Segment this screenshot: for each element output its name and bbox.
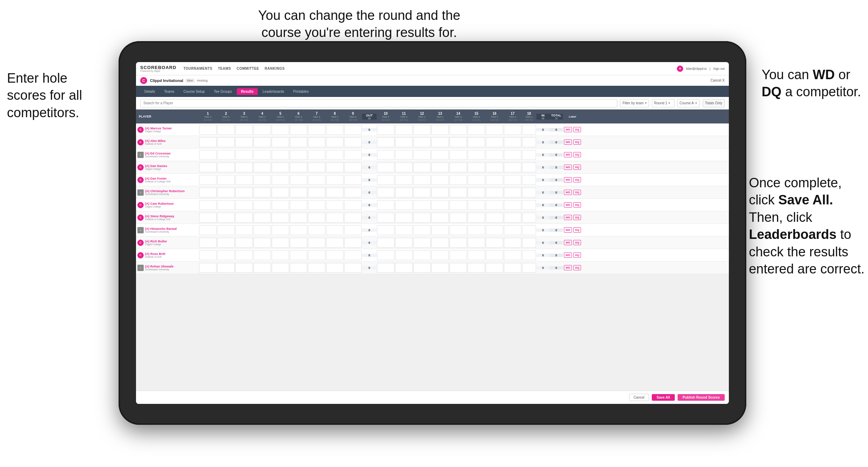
score-cell-hole-18[interactable] — [522, 238, 536, 248]
course-selector[interactable]: Course A ▾ — [677, 99, 700, 107]
score-cell-hole-15[interactable] — [468, 125, 485, 135]
score-cell-hole-13[interactable] — [431, 200, 449, 210]
score-cell-hole-16[interactable] — [486, 163, 503, 172]
score-cell-hole-12[interactable] — [413, 200, 431, 210]
score-cell-hole-16[interactable] — [486, 188, 503, 197]
score-cell-hole-14[interactable] — [450, 188, 467, 197]
score-cell-hole-7[interactable] — [308, 200, 325, 210]
score-cell-hole-18[interactable] — [522, 125, 536, 135]
score-cell-hole-11[interactable] — [395, 263, 413, 273]
filter-by-team-dropdown[interactable]: Filter by team ▾ — [620, 99, 649, 107]
score-cell-hole-7[interactable] — [308, 188, 325, 197]
score-cell-hole-9[interactable] — [344, 175, 362, 185]
score-cell-hole-10[interactable] — [377, 200, 394, 210]
score-cell-hole-4[interactable] — [254, 250, 271, 260]
score-cell-hole-10[interactable] — [377, 150, 394, 160]
nav-rankings[interactable]: RANKINGS — [265, 67, 285, 70]
score-cell-hole-13[interactable] — [431, 188, 449, 197]
score-cell-hole-14[interactable] — [450, 238, 467, 248]
tab-tee-groups[interactable]: Tee Groups — [210, 88, 236, 95]
score-cell-hole-2[interactable] — [217, 250, 235, 260]
score-cell-hole-12[interactable] — [413, 137, 431, 147]
score-cell-hole-11[interactable] — [395, 163, 413, 172]
wd-button[interactable]: WD — [564, 190, 572, 195]
score-cell-hole-17[interactable] — [504, 188, 521, 197]
score-cell-hole-15[interactable] — [468, 175, 485, 185]
score-cell-hole-7[interactable] — [308, 150, 325, 160]
tab-teams[interactable]: Teams — [160, 88, 179, 95]
score-cell-hole-5[interactable] — [272, 163, 289, 172]
score-cell-hole-16[interactable] — [486, 200, 503, 210]
score-cell-hole-18[interactable] — [522, 150, 536, 160]
search-input[interactable] — [140, 99, 617, 107]
score-cell-hole-8[interactable] — [326, 225, 344, 235]
score-cell-hole-16[interactable] — [486, 175, 503, 185]
dq-button[interactable]: DQ — [573, 215, 581, 220]
score-cell-hole-6[interactable] — [290, 163, 307, 172]
score-cell-hole-6[interactable] — [290, 263, 307, 273]
score-cell-hole-5[interactable] — [272, 213, 289, 223]
score-cell-hole-17[interactable] — [504, 200, 521, 210]
score-cell-hole-1[interactable] — [199, 225, 217, 235]
wd-button[interactable]: WD — [564, 152, 572, 157]
score-cell-hole-9[interactable] — [344, 250, 362, 260]
score-cell-hole-7[interactable] — [308, 213, 325, 223]
score-cell-hole-13[interactable] — [431, 125, 449, 135]
sign-out-link[interactable]: Sign out — [713, 67, 725, 70]
wd-button[interactable]: WD — [564, 140, 572, 145]
score-cell-hole-5[interactable] — [272, 188, 289, 197]
score-cell-hole-16[interactable] — [486, 125, 503, 135]
score-cell-hole-14[interactable] — [450, 263, 467, 273]
score-cell-hole-4[interactable] — [254, 163, 271, 172]
score-cell-hole-12[interactable] — [413, 125, 431, 135]
dq-button[interactable]: DQ — [573, 202, 581, 208]
score-cell-hole-17[interactable] — [504, 175, 521, 185]
score-cell-hole-13[interactable] — [431, 163, 449, 172]
score-cell-hole-12[interactable] — [413, 213, 431, 223]
score-cell-hole-4[interactable] — [254, 188, 271, 197]
score-cell-hole-4[interactable] — [254, 175, 271, 185]
score-cell-hole-12[interactable] — [413, 163, 431, 172]
score-cell-hole-15[interactable] — [468, 263, 485, 273]
score-cell-hole-3[interactable] — [235, 163, 253, 172]
score-cell-hole-8[interactable] — [326, 175, 344, 185]
score-cell-hole-7[interactable] — [308, 125, 325, 135]
score-cell-hole-6[interactable] — [290, 175, 307, 185]
score-cell-hole-2[interactable] — [217, 200, 235, 210]
score-cell-hole-17[interactable] — [504, 125, 521, 135]
score-cell-hole-12[interactable] — [413, 188, 431, 197]
score-cell-hole-3[interactable] — [235, 175, 253, 185]
score-cell-hole-13[interactable] — [431, 137, 449, 147]
score-cell-hole-6[interactable] — [290, 225, 307, 235]
score-cell-hole-6[interactable] — [290, 150, 307, 160]
score-cell-hole-9[interactable] — [344, 188, 362, 197]
score-cell-hole-2[interactable] — [217, 188, 235, 197]
wd-button[interactable]: WD — [564, 265, 572, 270]
score-cell-hole-15[interactable] — [468, 213, 485, 223]
score-cell-hole-18[interactable] — [522, 225, 536, 235]
score-cell-hole-16[interactable] — [486, 213, 503, 223]
score-cell-hole-15[interactable] — [468, 238, 485, 248]
score-cell-hole-10[interactable] — [377, 250, 394, 260]
score-cell-hole-5[interactable] — [272, 200, 289, 210]
score-cell-hole-8[interactable] — [326, 200, 344, 210]
score-cell-hole-16[interactable] — [486, 225, 503, 235]
score-cell-hole-14[interactable] — [450, 200, 467, 210]
score-cell-hole-12[interactable] — [413, 175, 431, 185]
score-cell-hole-16[interactable] — [486, 137, 503, 147]
score-cell-hole-13[interactable] — [431, 250, 449, 260]
nav-tournaments[interactable]: TOURNAMENTS — [183, 67, 212, 70]
score-cell-hole-3[interactable] — [235, 213, 253, 223]
score-cell-hole-4[interactable] — [254, 263, 271, 273]
score-cell-hole-5[interactable] — [272, 150, 289, 160]
dq-button[interactable]: DQ — [573, 140, 581, 145]
score-cell-hole-7[interactable] — [308, 225, 325, 235]
score-cell-hole-2[interactable] — [217, 163, 235, 172]
dq-button[interactable]: DQ — [573, 127, 581, 132]
tab-results[interactable]: Results — [237, 88, 258, 95]
score-cell-hole-11[interactable] — [395, 150, 413, 160]
dq-button[interactable]: DQ — [573, 265, 581, 270]
score-cell-hole-13[interactable] — [431, 263, 449, 273]
publish-button[interactable]: Publish Round Scores — [678, 394, 725, 401]
score-cell-hole-15[interactable] — [468, 225, 485, 235]
